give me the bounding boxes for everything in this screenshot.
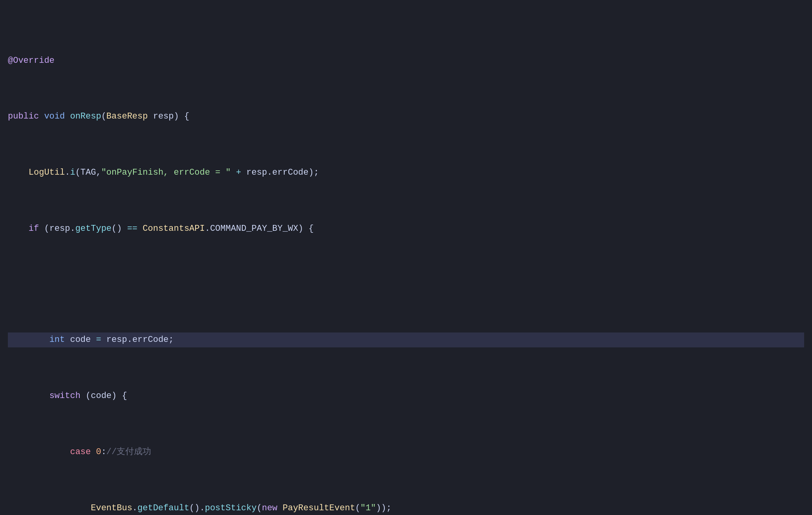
line-5	[8, 278, 804, 291]
var-tag: TAG	[80, 168, 96, 177]
keyword-switch: switch	[49, 391, 80, 401]
method-poststicky-1: postSticky	[205, 503, 257, 513]
line-4: if (resp.getType() == ConstantsAPI.COMMA…	[8, 221, 804, 236]
class-logutil: LogUtil	[29, 168, 65, 177]
string-1-arg: "1"	[360, 503, 376, 513]
param-name: resp	[153, 111, 174, 121]
line-3: LogUtil.i(TAG,"onPayFinish, errCode = " …	[8, 165, 804, 180]
code-editor: @Override public void onResp(BaseResp re…	[0, 8, 812, 515]
comment-pay-success: //支付成功	[106, 447, 151, 457]
method-name: onResp	[70, 111, 101, 121]
keyword-public: public	[8, 111, 39, 121]
var-code-ref: code	[91, 391, 112, 401]
method-gettype: getType	[75, 224, 112, 234]
line-8: case 0://支付成功	[8, 445, 804, 459]
string-1: "onPayFinish, errCode = "	[101, 168, 231, 177]
class-payresult-1: PayResultEvent	[283, 503, 355, 513]
keyword-new-1: new	[262, 503, 278, 513]
number-0: 0	[96, 447, 101, 457]
line-2: public void onResp(BaseResp resp) {	[8, 109, 804, 124]
keyword-case-1: case	[70, 447, 91, 457]
keyword-void: void	[44, 111, 65, 121]
var-code: code	[70, 335, 91, 345]
param-type: BaseResp	[106, 111, 148, 121]
brace-open: {	[184, 111, 189, 121]
annotation: @Override	[8, 56, 55, 66]
line-7: switch (code) {	[8, 389, 804, 403]
keyword-if: if	[29, 224, 39, 234]
line-9: EventBus.getDefault().postSticky(new Pay…	[8, 501, 804, 515]
keyword-int: int	[49, 335, 65, 345]
paren-close: )	[174, 111, 179, 121]
line-6: int code = resp.errCode;	[8, 332, 804, 347]
class-eventbus-1: EventBus	[91, 503, 132, 513]
field-errcode-2: errCode	[132, 335, 168, 345]
class-constantsapi: ConstantsAPI	[143, 224, 205, 234]
field-errcode-1: errCode	[272, 168, 308, 177]
method-getdefault-1: getDefault	[137, 503, 189, 513]
paren-open: (	[101, 111, 106, 121]
method-i: i	[70, 168, 75, 177]
line-1: @Override	[8, 53, 804, 68]
const-command: COMMAND_PAY_BY_WX	[210, 224, 298, 234]
